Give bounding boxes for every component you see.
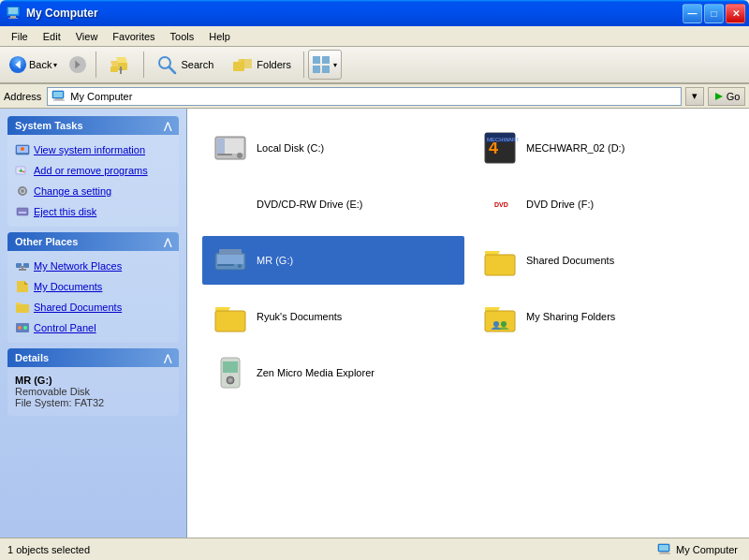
view-system-info-label: View system information — [34, 144, 145, 155]
dvdcdrw-icon — [212, 185, 249, 223]
title-bar-buttons: — □ ✕ — [683, 4, 745, 23]
svg-point-52 — [237, 153, 242, 158]
svg-rect-3 — [8, 18, 18, 19]
svg-rect-74 — [485, 255, 515, 275]
file-item-shared-docs[interactable]: Shared Documents — [472, 236, 734, 285]
file-item-mr-g[interactable]: MR (G:) — [202, 236, 464, 285]
my-documents-icon — [15, 279, 30, 294]
system-tasks-header[interactable]: System Tasks ⋀ — [7, 116, 179, 135]
file-item-dvd[interactable]: DVD DVD Drive (F:) — [472, 180, 734, 228]
dvd-label: DVD Drive (F:) — [526, 199, 594, 210]
file-item-mechwarr[interactable]: 4 MECHWARR_02 MECHWARR_02 (D:) — [472, 124, 734, 172]
svg-marker-11 — [116, 57, 127, 63]
details-item-filesystem: File System: FAT32 — [15, 397, 171, 408]
svg-rect-18 — [241, 59, 252, 68]
sidebar-control-panel[interactable]: Control Panel — [11, 318, 175, 337]
svg-marker-81 — [485, 307, 500, 311]
forward-button[interactable] — [64, 50, 92, 80]
mechwarr-icon: 4 MECHWARR_02 — [481, 129, 519, 167]
svg-rect-25 — [55, 98, 63, 100]
svg-rect-72 — [217, 264, 234, 266]
svg-rect-39 — [23, 263, 29, 268]
svg-rect-53 — [217, 154, 232, 155]
details-item-type: Removable Disk — [15, 386, 171, 397]
svg-rect-26 — [53, 99, 65, 100]
title-bar-left: My Computer — [6, 6, 98, 21]
file-item-my-sharing[interactable]: My Sharing Folders — [472, 292, 734, 341]
sidebar-add-remove-programs[interactable]: + - Add or remove programs — [11, 161, 175, 180]
svg-rect-92 — [659, 553, 670, 553]
address-dropdown[interactable]: ▾ — [685, 87, 704, 106]
add-remove-label: Add or remove programs — [34, 165, 148, 176]
go-label: Go — [727, 91, 741, 102]
back-button[interactable]: Back ▾ — [4, 50, 62, 80]
file-item-dvdcdrw[interactable]: DVD/CD-RW Drive (E:) — [202, 180, 464, 228]
shared-docs-label: Shared Documents — [526, 255, 614, 266]
svg-rect-40 — [20, 266, 25, 267]
svg-rect-45 — [16, 304, 29, 313]
system-tasks-title: System Tasks — [15, 120, 83, 131]
folders-button[interactable]: Folders — [224, 50, 300, 80]
sidebar-my-network-places[interactable]: My Network Places — [11, 257, 175, 275]
menu-view[interactable]: View — [68, 29, 106, 44]
sidebar-eject-disk[interactable]: Eject this disk — [11, 202, 175, 221]
control-panel-label: Control Panel — [34, 322, 96, 333]
sidebar-change-setting[interactable]: Change a setting — [11, 182, 175, 200]
menu-bar: File Edit View Favorites Tools Help — [0, 26, 749, 47]
status-right-label: My Computer — [676, 544, 738, 555]
mr-g-label: MR (G:) — [257, 255, 293, 266]
back-label: Back — [29, 59, 51, 70]
menu-tools[interactable]: Tools — [163, 29, 202, 44]
views-dropdown-icon: ▾ — [331, 61, 339, 69]
system-tasks-section: System Tasks ⋀ View system information + — [7, 116, 179, 227]
sidebar-shared-documents[interactable]: Shared Documents — [11, 298, 175, 317]
svg-marker-75 — [485, 251, 500, 255]
sidebar-my-documents[interactable]: My Documents — [11, 277, 175, 296]
svg-point-84 — [501, 321, 507, 327]
menu-file[interactable]: File — [4, 29, 36, 44]
go-arrow-icon — [713, 91, 725, 102]
maximize-button[interactable]: □ — [704, 4, 724, 23]
svg-rect-8 — [110, 66, 118, 72]
views-button[interactable]: ▾ — [308, 50, 342, 80]
add-remove-icon: + - — [15, 163, 30, 178]
svg-point-88 — [228, 378, 232, 382]
menu-favorites[interactable]: Favorites — [105, 29, 162, 44]
other-places-section: Other Places ⋀ My Network Places — [7, 232, 179, 343]
sidebar-view-system-info[interactable]: View system information — [11, 140, 175, 159]
svg-rect-86 — [223, 361, 238, 373]
svg-rect-10 — [118, 63, 127, 70]
svg-rect-38 — [16, 263, 22, 268]
control-panel-icon — [15, 320, 30, 335]
status-right: My Computer — [657, 542, 745, 557]
system-tasks-content: View system information + - Add or remov… — [7, 135, 179, 227]
eject-disk-label: Eject this disk — [34, 206, 96, 217]
menu-help[interactable]: Help — [201, 29, 238, 44]
svg-point-49 — [23, 326, 27, 330]
computer-small-icon — [51, 89, 66, 104]
close-button[interactable]: ✕ — [726, 4, 745, 23]
search-button[interactable]: Search — [148, 50, 222, 80]
content-area: Local Disk (C:) 4 MECHWARR_02 MECHWARR_0… — [187, 109, 749, 538]
minimize-button[interactable]: — — [683, 4, 702, 23]
svg-rect-42 — [22, 267, 23, 269]
mr-g-icon — [212, 242, 249, 279]
shared-documents-label: Shared Documents — [34, 302, 122, 313]
svg-marker-27 — [715, 93, 723, 100]
menu-edit[interactable]: Edit — [36, 29, 68, 44]
svg-rect-2 — [10, 16, 16, 18]
details-title: Details — [15, 352, 49, 363]
title-bar: My Computer — □ ✕ — [0, 0, 749, 26]
go-button[interactable]: Go — [708, 87, 745, 106]
address-input-container: My Computer — [47, 87, 682, 106]
file-item-local-disk[interactable]: Local Disk (C:) — [202, 124, 464, 172]
details-header[interactable]: Details ⋀ — [7, 348, 179, 367]
file-item-ryuks-docs[interactable]: Ryuk's Documents — [202, 292, 464, 341]
svg-marker-46 — [16, 302, 22, 304]
my-network-places-label: My Network Places — [34, 260, 122, 272]
up-button[interactable] — [100, 50, 140, 80]
svg-marker-44 — [24, 281, 28, 285]
details-collapse-icon: ⋀ — [164, 353, 171, 363]
other-places-header[interactable]: Other Places ⋀ — [7, 232, 179, 251]
file-item-zen[interactable]: Zen Micro Media Explorer — [202, 348, 464, 397]
